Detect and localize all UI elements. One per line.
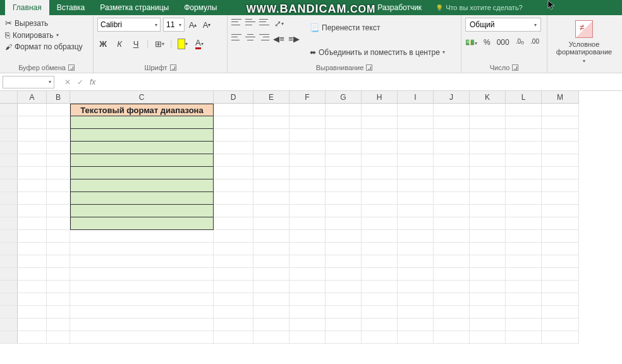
cell[interactable] bbox=[542, 142, 579, 154]
cell[interactable] bbox=[47, 318, 70, 331]
cell[interactable] bbox=[506, 205, 542, 217]
cell[interactable] bbox=[214, 243, 253, 255]
row-header[interactable] bbox=[0, 116, 18, 129]
cell[interactable] bbox=[434, 331, 470, 344]
cell[interactable] bbox=[470, 318, 506, 331]
cell[interactable] bbox=[506, 167, 542, 179]
cell[interactable] bbox=[542, 104, 579, 116]
cell[interactable] bbox=[362, 255, 398, 268]
alignment-dialog-launcher[interactable] bbox=[366, 64, 372, 71]
range-data-cell[interactable] bbox=[70, 205, 214, 217]
cell[interactable] bbox=[18, 243, 47, 255]
cell[interactable] bbox=[18, 318, 47, 331]
cell[interactable] bbox=[470, 293, 506, 306]
cut-button[interactable]: Вырезать bbox=[4, 18, 84, 28]
cell[interactable] bbox=[214, 331, 253, 344]
cell[interactable] bbox=[470, 331, 506, 344]
cell[interactable] bbox=[398, 281, 434, 293]
cell[interactable] bbox=[253, 268, 290, 281]
cell[interactable] bbox=[470, 205, 506, 217]
cell[interactable] bbox=[434, 154, 470, 167]
cell[interactable] bbox=[542, 243, 579, 255]
cell[interactable] bbox=[506, 142, 542, 154]
cell[interactable] bbox=[398, 318, 434, 331]
cell[interactable] bbox=[398, 306, 434, 318]
font-dialog-launcher[interactable] bbox=[170, 64, 176, 71]
cell[interactable] bbox=[542, 154, 579, 167]
font-name-combo[interactable]: Calibri ▾ bbox=[97, 18, 161, 32]
cell[interactable] bbox=[18, 104, 47, 116]
cell[interactable] bbox=[47, 230, 70, 243]
cell[interactable] bbox=[18, 281, 47, 293]
decrease-font-button[interactable]: A▾ bbox=[201, 19, 212, 30]
cell[interactable] bbox=[326, 268, 362, 281]
align-top-button[interactable] bbox=[231, 18, 241, 27]
cell[interactable] bbox=[253, 104, 290, 116]
cell[interactable] bbox=[362, 179, 398, 192]
cell[interactable] bbox=[362, 230, 398, 243]
cell[interactable] bbox=[362, 154, 398, 167]
column-header[interactable]: L bbox=[506, 91, 542, 104]
cell[interactable] bbox=[326, 179, 362, 192]
tab-formulas[interactable]: Формулы bbox=[176, 0, 224, 15]
cell[interactable] bbox=[506, 331, 542, 344]
cell[interactable] bbox=[362, 293, 398, 306]
cell[interactable] bbox=[326, 230, 362, 243]
cell[interactable] bbox=[253, 116, 290, 129]
cell[interactable] bbox=[506, 230, 542, 243]
cancel-formula-button[interactable]: ✕ bbox=[64, 78, 71, 87]
cell[interactable] bbox=[398, 243, 434, 255]
increase-decimal-button[interactable]: .0⁰ bbox=[516, 38, 524, 49]
number-format-combo[interactable]: Общий ▾ bbox=[465, 18, 541, 32]
increase-font-button[interactable]: A▴ bbox=[187, 19, 198, 30]
cell[interactable] bbox=[214, 281, 253, 293]
cell[interactable] bbox=[434, 306, 470, 318]
align-center-button[interactable] bbox=[245, 33, 255, 42]
cell[interactable] bbox=[18, 142, 47, 154]
decrease-decimal-button[interactable]: .00 bbox=[530, 38, 539, 49]
percent-button[interactable]: % bbox=[484, 38, 491, 49]
cell[interactable] bbox=[214, 167, 253, 179]
cell[interactable] bbox=[434, 129, 470, 142]
cell[interactable] bbox=[47, 255, 70, 268]
cell[interactable] bbox=[470, 192, 506, 205]
cell[interactable] bbox=[47, 281, 70, 293]
cell[interactable] bbox=[506, 154, 542, 167]
tell-me-search[interactable]: Что вы хотите сделать? bbox=[436, 4, 523, 11]
cell[interactable] bbox=[362, 205, 398, 217]
cell[interactable] bbox=[398, 293, 434, 306]
cell[interactable] bbox=[506, 281, 542, 293]
cell[interactable] bbox=[253, 154, 290, 167]
range-data-cell[interactable] bbox=[70, 129, 214, 142]
cell[interactable] bbox=[18, 116, 47, 129]
cell[interactable] bbox=[434, 293, 470, 306]
cell[interactable] bbox=[253, 192, 290, 205]
cell[interactable] bbox=[290, 268, 326, 281]
cell[interactable] bbox=[70, 230, 214, 243]
cell[interactable] bbox=[290, 293, 326, 306]
range-data-cell[interactable] bbox=[70, 142, 214, 154]
cell[interactable] bbox=[326, 255, 362, 268]
cell[interactable] bbox=[18, 331, 47, 344]
cell[interactable] bbox=[434, 104, 470, 116]
column-header[interactable]: A bbox=[18, 91, 47, 104]
cell[interactable] bbox=[253, 293, 290, 306]
cell[interactable] bbox=[470, 268, 506, 281]
worksheet-grid[interactable]: ABCDEFGHIJKLM Текстовый формат диапазона bbox=[0, 91, 622, 344]
cell[interactable] bbox=[253, 167, 290, 179]
cell[interactable] bbox=[47, 268, 70, 281]
cell[interactable] bbox=[506, 318, 542, 331]
cell[interactable] bbox=[470, 255, 506, 268]
cell[interactable] bbox=[470, 179, 506, 192]
cell[interactable] bbox=[542, 167, 579, 179]
cell[interactable] bbox=[434, 167, 470, 179]
accept-formula-button[interactable]: ✓ bbox=[77, 78, 83, 87]
cell[interactable] bbox=[326, 192, 362, 205]
cell[interactable] bbox=[398, 142, 434, 154]
copy-button[interactable]: Копировать ▾ bbox=[4, 30, 84, 40]
cell[interactable] bbox=[470, 167, 506, 179]
cell[interactable] bbox=[214, 217, 253, 230]
cell[interactable] bbox=[70, 318, 214, 331]
cell[interactable] bbox=[542, 255, 579, 268]
orientation-button[interactable]: ⤢▾ bbox=[273, 18, 284, 29]
